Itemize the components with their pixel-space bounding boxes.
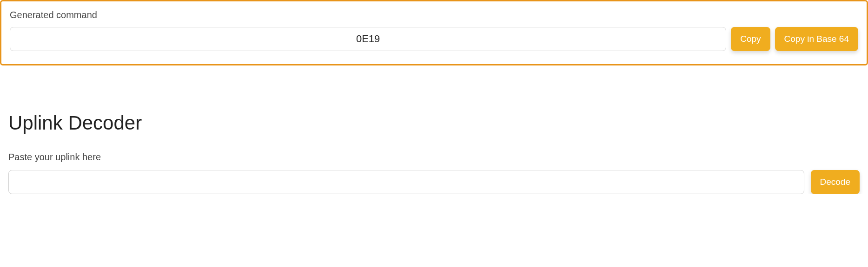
uplink-decoder-section: Uplink Decoder Paste your uplink here De…: [0, 112, 868, 194]
generated-command-input[interactable]: [10, 27, 726, 51]
generated-command-label: Generated command: [10, 10, 858, 20]
uplink-row: Decode: [8, 170, 860, 194]
generated-command-section: Generated command Copy Copy in Base 64: [0, 0, 868, 65]
uplink-input[interactable]: [8, 170, 804, 194]
uplink-input-label: Paste your uplink here: [8, 152, 860, 163]
copy-base64-button[interactable]: Copy in Base 64: [775, 27, 858, 51]
decode-button[interactable]: Decode: [811, 170, 860, 194]
generated-command-row: Copy Copy in Base 64: [10, 27, 858, 51]
copy-button[interactable]: Copy: [731, 27, 770, 51]
uplink-decoder-title: Uplink Decoder: [8, 112, 860, 134]
